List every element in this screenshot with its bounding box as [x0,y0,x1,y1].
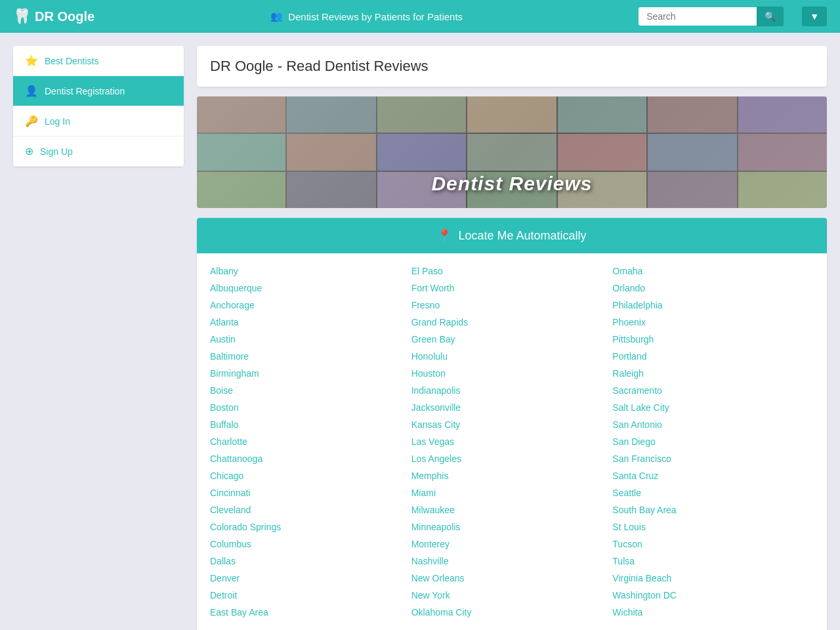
list-item[interactable]: Philadelphia [612,297,814,313]
list-item[interactable]: Cincinnati [210,485,411,501]
list-item[interactable]: Columbus [210,536,411,552]
sidebar-item-best-dentists[interactable]: ⭐ Best Dentists [13,46,184,76]
list-item[interactable]: Portland [612,348,814,364]
list-item[interactable]: Tucson [612,536,814,552]
locate-icon: 📍 [437,228,452,243]
search-input[interactable] [639,7,757,26]
list-item[interactable]: Pittsburgh [612,331,814,347]
list-item[interactable]: Tulsa [612,553,814,569]
list-item[interactable]: El Paso [411,263,613,279]
list-item[interactable]: Minneapolis [411,519,613,535]
list-item[interactable]: Honolulu [411,348,613,364]
cities-grid: AlbanyEl PasoOmahaAlbuquerqueFort WorthO… [197,263,827,620]
locate-label: Locate Me Automatically [458,229,586,243]
list-item[interactable]: Las Vegas [411,434,613,450]
list-item[interactable]: Colorado Springs [210,519,411,535]
list-item[interactable]: New York [411,587,613,603]
search-bar: 🔍 [639,7,784,26]
list-item[interactable]: San Antonio [612,417,814,432]
logo[interactable]: 🦷 DR Oogle [13,8,94,25]
list-item[interactable]: Orlando [612,280,814,296]
list-item[interactable]: Chicago [210,468,411,484]
search-button[interactable]: 🔍 [757,7,784,26]
list-item[interactable]: Fort Worth [411,280,613,296]
list-item[interactable]: Birmingham [210,366,411,381]
banner-text: Dentist Reviews [431,173,592,208]
list-item[interactable]: Santa Cruz [612,468,814,484]
list-item[interactable]: Sacramento [612,383,814,398]
list-item[interactable]: Kansas City [411,417,613,432]
list-item[interactable]: Anchorage [210,297,411,313]
page-title: DR Oogle - Read Dentist Reviews [210,58,814,75]
sidebar-item-dentist-registration[interactable]: 👤 Dentist Registration [13,76,184,106]
list-item[interactable]: Jacksonville [411,400,613,415]
list-item[interactable]: San Diego [612,434,814,450]
sidebar-item-label: Dentist Registration [45,86,125,96]
list-item[interactable]: Milwaukee [411,502,613,518]
sidebar-item-log-in[interactable]: 🔑 Log In [13,106,184,136]
sidebar-item-label: Sign Up [40,146,73,157]
logo-text: DR Oogle [35,9,94,24]
list-item[interactable]: Baltimore [210,348,411,364]
list-item[interactable]: Detroit [210,587,411,603]
list-item[interactable]: Nashville [411,553,613,569]
header-tagline: 👥 Dentist Reviews by Patients for Patien… [108,10,625,22]
cities-box: 📍 Locate Me Automatically AlbanyEl PasoO… [197,218,827,630]
sidebar-item-sign-up[interactable]: ⊕ Sign Up [13,136,184,167]
list-item[interactable]: Indianapolis [411,383,613,398]
dropdown-button[interactable]: ▼ [802,7,827,26]
list-item[interactable]: Denver [210,570,411,586]
list-item[interactable]: Raleigh [612,366,814,381]
locate-me-button[interactable]: 📍 Locate Me Automatically [197,218,827,253]
star-icon: ⭐ [25,54,38,67]
tagline-text: Dentist Reviews by Patients for Patients [288,11,463,22]
sidebar-item-label: Best Dentists [45,56,98,66]
list-item[interactable]: Chattanooga [210,451,411,467]
list-item[interactable]: Cleveland [210,502,411,518]
list-item[interactable]: Los Angeles [411,451,613,467]
list-item[interactable]: Miami [411,485,613,501]
list-item[interactable]: Wichita [612,604,814,620]
list-item[interactable]: Seattle [612,485,814,501]
logo-icon: 🦷 [13,8,31,25]
list-item[interactable]: Salt Lake City [612,400,814,415]
list-item[interactable]: Grand Rapids [411,314,613,330]
signup-icon: ⊕ [25,145,33,158]
sidebar-item-label: Log In [45,116,70,127]
list-item[interactable]: San Francisco [612,451,814,467]
header: 🦷 DR Oogle 👥 Dentist Reviews by Patients… [0,0,840,33]
list-item[interactable]: Atlanta [210,314,411,330]
list-item[interactable]: Green Bay [411,331,613,347]
page-title-box: DR Oogle - Read Dentist Reviews [197,46,827,87]
list-item[interactable]: St Louis [612,519,814,535]
list-item[interactable]: Phoenix [612,314,814,330]
user-icon: 👤 [25,85,38,97]
list-item[interactable]: East Bay Area [210,604,411,620]
list-item[interactable]: Washington DC [612,587,814,603]
list-item[interactable]: South Bay Area [612,502,814,518]
list-item[interactable]: Omaha [612,263,814,279]
list-item[interactable]: Albany [210,263,411,279]
key-icon: 🔑 [25,115,38,127]
list-item[interactable]: Charlotte [210,434,411,450]
list-item[interactable]: Memphis [411,468,613,484]
sidebar: ⭐ Best Dentists 👤 Dentist Registration 🔑… [13,46,184,167]
list-item[interactable]: Virginia Beach [612,570,814,586]
list-item[interactable]: Oklahoma City [411,604,613,620]
list-item[interactable]: Monterey [411,536,613,552]
main-layout: ⭐ Best Dentists 👤 Dentist Registration 🔑… [0,33,840,630]
list-item[interactable]: Austin [210,331,411,347]
list-item[interactable]: Albuquerque [210,280,411,296]
list-item[interactable]: Boston [210,400,411,415]
list-item[interactable]: Dallas [210,553,411,569]
list-item[interactable]: Boise [210,383,411,398]
banner: Dentist Reviews [197,96,827,208]
list-item[interactable]: Fresno [411,297,613,313]
list-item[interactable]: Buffalo [210,417,411,432]
list-item[interactable]: New Orleans [411,570,613,586]
list-item[interactable]: Houston [411,366,613,381]
main-content: DR Oogle - Read Dentist Reviews [197,46,827,630]
tagline-icon: 👥 [270,10,283,22]
